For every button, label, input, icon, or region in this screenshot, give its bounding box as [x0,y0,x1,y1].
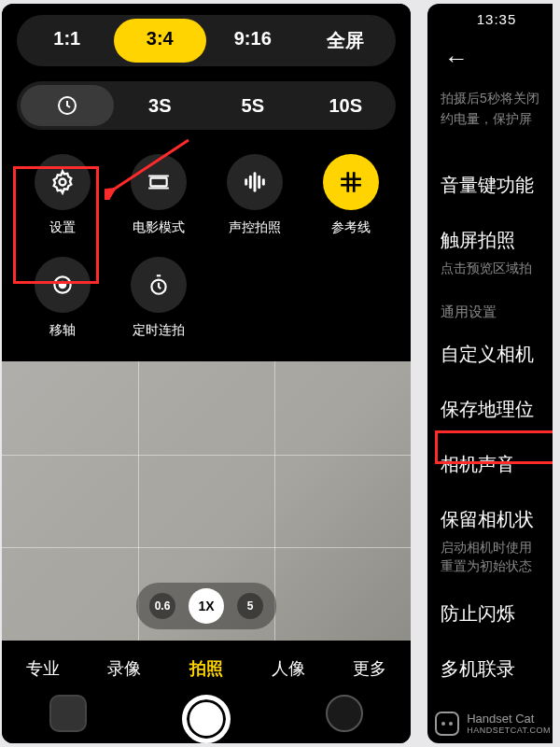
option-timed-burst[interactable]: 定时连拍 [119,257,198,339]
zoom-selector[interactable]: 0.6 1X 5 [136,583,276,629]
option-label: 设置 [49,219,76,236]
mode-photo[interactable]: 拍照 [189,657,223,680]
gridline [2,547,411,548]
timer-3s[interactable]: 3S [114,85,207,126]
clock-icon [56,94,78,117]
setting-custom-camera[interactable]: 自定义相机 [441,342,553,367]
zoom-0-6[interactable]: 0.6 [149,593,175,619]
sound-icon [242,169,268,195]
back-button[interactable]: ← [441,44,553,73]
switch-camera-button[interactable] [326,695,363,732]
mode-more[interactable]: 更多 [353,657,386,680]
status-bar-time: 13:35 [464,11,529,27]
mode-video[interactable]: 录像 [107,657,141,680]
mode-selector[interactable]: 专业 录像 拍照 人像 更多 [2,641,411,689]
shutter-button[interactable] [182,695,231,743]
grid-icon [339,170,363,194]
setting-touch-shoot[interactable]: 触屏拍照 [441,228,553,253]
setting-sub: 启动相机时使用 [441,540,553,557]
setting-save-location[interactable]: 保存地理位 [441,397,553,422]
mode-portrait[interactable]: 人像 [272,657,305,680]
aspect-3-4[interactable]: 3:4 [114,19,207,63]
option-tiltshift[interactable]: 移轴 [22,257,102,339]
gear-icon [49,169,76,195]
svg-rect-2 [150,178,166,187]
option-settings[interactable]: 设置 [22,154,102,236]
timer-selector[interactable]: 3S 5S 10S [17,81,396,130]
setting-description: 拍摄后5秒将关闭 约电量，保护屏 [441,88,553,130]
aspect-fullscreen[interactable]: 全屏 [300,19,393,63]
setting-volume-key[interactable]: 音量键功能 [441,173,553,198]
option-voice[interactable]: 声控拍照 [215,154,294,236]
timer-5s[interactable]: 5S [206,85,300,126]
option-label: 参考线 [331,219,371,236]
svg-point-1 [59,179,65,186]
aspect-9-16[interactable]: 9:16 [206,19,300,63]
timer-burst-icon [147,273,171,297]
setting-camera-sound[interactable]: 相机声音 [441,452,553,477]
option-cinema[interactable]: 电影模式 [119,154,198,236]
option-label: 定时连拍 [133,322,185,339]
mode-pro[interactable]: 专业 [26,657,60,680]
camera-app-screenshot: 1:1 3:4 9:16 全屏 3S 5S 10S 设置 [2,4,411,743]
setting-keep-state[interactable]: 保留相机状 [441,507,553,532]
option-label: 移轴 [49,322,76,339]
section-general: 通用设置 [441,303,553,321]
camera-options-panel: 1:1 3:4 9:16 全屏 3S 5S 10S 设置 [2,4,411,361]
svg-point-15 [59,282,65,289]
camera-viewfinder[interactable]: 0.6 1X 5 [2,361,411,641]
tilt-icon [50,273,75,297]
timer-10s[interactable]: 10S [300,85,393,126]
zoom-5[interactable]: 5 [237,593,263,619]
options-grid: 设置 电影模式 声控拍照 参考线 [17,154,396,339]
camera-settings-screenshot: 13:35 ← 拍摄后5秒将关闭 约电量，保护屏 音量键功能 触屏拍照 点击预览… [427,4,553,743]
cinema-icon [147,170,171,194]
aspect-1-1[interactable]: 1:1 [21,19,114,63]
timer-off[interactable] [21,85,114,126]
option-gridlines[interactable]: 参考线 [311,154,390,236]
setting-anti-flicker[interactable]: 防止闪烁 [441,601,553,627]
setting-sub: 点击预览区域拍 [441,261,553,277]
gallery-thumbnail[interactable] [49,695,87,732]
shutter-bar [2,689,411,743]
option-label: 声控拍照 [229,219,281,236]
setting-sub: 重置为初始状态 [441,558,553,575]
setting-multi-cam[interactable]: 多机联录 [441,656,553,682]
gridline [2,455,411,456]
option-label: 电影模式 [133,219,185,236]
aspect-ratio-selector[interactable]: 1:1 3:4 9:16 全屏 [17,15,396,66]
zoom-1x[interactable]: 1X [189,588,224,624]
